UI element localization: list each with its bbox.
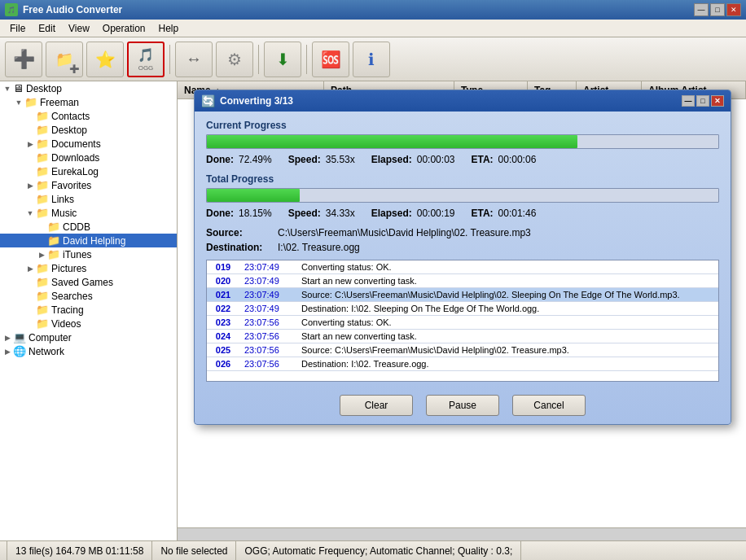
total-progress-stats: Done: 18.15% Speed: 34.33x Elapsed: 00:0… xyxy=(206,208,719,219)
content-area: Name ▲ Path Type Tag Artist Album Artist xyxy=(178,81,746,540)
info-button[interactable]: ℹ xyxy=(353,42,390,77)
folder-david-helpling-icon: 📁 xyxy=(47,234,60,247)
log-cell-num: 026 xyxy=(207,357,239,371)
menu-file[interactable]: File xyxy=(3,21,32,36)
menu-bar: File Edit View Operation Help xyxy=(0,20,746,37)
sidebar-item-network[interactable]: ▶ 🌐 Network xyxy=(0,344,177,358)
current-progress-fill xyxy=(207,135,577,148)
close-button[interactable]: ✕ xyxy=(726,3,741,16)
log-cell-desc: Destination: I:\02. Sleeping On The Edge… xyxy=(296,302,718,316)
sidebar-item-music[interactable]: ▼ 📁 Music xyxy=(0,206,177,220)
sidebar-item-desktop[interactable]: ▼ 🖥 Desktop xyxy=(0,81,177,95)
folder-favorites-icon: 📁 xyxy=(36,179,49,191)
folder-saved-games-icon: 📁 xyxy=(36,276,49,288)
sidebar-item-pictures[interactable]: ▶ 📁 Pictures xyxy=(0,261,177,275)
folder-freeman-icon: 📁 xyxy=(24,96,37,108)
log-row: 02623:07:56Destination: I:\02. Treasure.… xyxy=(207,357,718,371)
sidebar-item-videos[interactable]: 📁 Videos xyxy=(0,317,177,330)
download-button[interactable]: ⬇ xyxy=(264,42,301,77)
sidebar-item-cddb[interactable]: 📁 CDDB xyxy=(0,220,177,234)
dialog-maximize[interactable]: □ xyxy=(696,95,709,107)
sidebar-item-links[interactable]: 📁 Links xyxy=(0,192,177,206)
app-title: Free Audio Converter xyxy=(23,4,122,15)
network-icon: 🌐 xyxy=(13,345,26,357)
sidebar-item-documents[interactable]: ▶ 📁 Documents xyxy=(0,137,177,151)
folder-links-icon: 📁 xyxy=(36,193,49,205)
log-row: 02223:07:49Destination: I:\02. Sleeping … xyxy=(207,302,718,316)
app-icon: 🎵 xyxy=(5,3,18,16)
sidebar-item-eurekalog[interactable]: 📁 EurekaLog xyxy=(0,164,177,178)
log-row: 02523:07:56Source: C:\Users\Freeman\Musi… xyxy=(207,343,718,357)
folder-videos-icon: 📁 xyxy=(36,317,49,330)
log-cell-num: 022 xyxy=(207,302,239,316)
maximize-button[interactable]: □ xyxy=(710,3,725,16)
folder-documents-icon: 📁 xyxy=(36,138,49,150)
sidebar-item-contacts[interactable]: 📁 Contacts xyxy=(0,109,177,123)
log-cell-time: 23:07:49 xyxy=(239,302,296,316)
dialog-body: Current Progress Done: 72.49% Speed: 35.… xyxy=(195,112,731,424)
log-table: 01923:07:49Converting status: OK.02023:0… xyxy=(207,260,718,371)
desktop-icon: 🖥 xyxy=(13,82,24,94)
toolbar-separator-2 xyxy=(258,45,259,74)
log-cell-desc: Converting status: OK. xyxy=(296,316,718,330)
sidebar-item-downloads[interactable]: 📁 Downloads xyxy=(0,151,177,164)
sidebar-item-tracing[interactable]: 📁 Tracing xyxy=(0,303,177,317)
menu-view[interactable]: View xyxy=(62,21,96,36)
log-cell-num: 019 xyxy=(207,260,239,274)
dialog-title-text: Converting 3/13 xyxy=(220,95,293,107)
menu-edit[interactable]: Edit xyxy=(32,21,62,36)
folder-cddb-icon: 📁 xyxy=(47,221,60,233)
dialog-minimize[interactable]: — xyxy=(682,95,695,107)
swap-button[interactable]: ↔ xyxy=(175,42,213,77)
converting-dialog: 🔄 Converting 3/13 — □ ✕ Current Progress xyxy=(194,90,731,425)
total-progress-label: Total Progress xyxy=(206,173,719,185)
sidebar-item-favorites[interactable]: ▶ 📁 Favorites xyxy=(0,178,177,192)
minimize-button[interactable]: — xyxy=(694,3,709,16)
log-row: 01923:07:49Converting status: OK. xyxy=(207,260,718,274)
sidebar-item-computer[interactable]: ▶ 💻 Computer xyxy=(0,330,177,344)
folder-itunes-icon: 📁 xyxy=(47,248,60,260)
current-progress-stats: Done: 72.49% Speed: 35.53x Elapsed: 00:0… xyxy=(206,154,719,165)
add-folder-button[interactable]: 📁➕ xyxy=(46,42,83,77)
main-area: ▼ 🖥 Desktop ▼ 📁 Freeman 📁 Contacts 📁 Des… xyxy=(0,81,746,540)
log-cell-time: 23:07:49 xyxy=(239,274,296,288)
log-cell-desc: Source: C:\Users\Freeman\Music\David Hel… xyxy=(296,288,718,302)
sidebar-item-itunes[interactable]: ▶ 📁 iTunes xyxy=(0,247,177,261)
status-format: OGG; Automatic Frequency; Automatic Chan… xyxy=(236,541,521,560)
clear-button[interactable]: Clear xyxy=(340,395,413,416)
log-table-container[interactable]: 01923:07:49Converting status: OK.02023:0… xyxy=(206,260,719,382)
log-cell-num: 020 xyxy=(207,274,239,288)
status-files: 13 file(s) 164.79 MB 01:11:58 xyxy=(7,541,152,560)
computer-icon: 💻 xyxy=(13,331,26,343)
sidebar-item-saved-games[interactable]: 📁 Saved Games xyxy=(0,275,177,289)
toolbar-separator-1 xyxy=(169,45,170,74)
log-cell-num: 023 xyxy=(207,316,239,330)
title-bar: 🎵 Free Audio Converter — □ ✕ xyxy=(0,0,746,20)
horizontal-scrollbar[interactable] xyxy=(178,527,746,540)
help-ring-button[interactable]: 🆘 xyxy=(312,42,349,77)
sidebar-item-freeman[interactable]: ▼ 📁 Freeman xyxy=(0,95,177,109)
pause-button[interactable]: Pause xyxy=(426,395,499,416)
log-row: 02423:07:56Start an new converting task. xyxy=(207,330,718,343)
sidebar-item-desktop-sub[interactable]: 📁 Desktop xyxy=(0,123,177,137)
cancel-button[interactable]: Cancel xyxy=(512,395,586,416)
menu-operation[interactable]: Operation xyxy=(96,21,152,36)
log-cell-desc: Source: C:\Users\Freeman\Music\David Hel… xyxy=(296,343,718,357)
destination-row: Destination: I:\02. Treasure.ogg xyxy=(206,242,719,253)
toolbar: ➕ 📁➕ ⭐ 🎵OGG ↔ ⚙ ⬇ 🆘 ℹ xyxy=(0,37,746,81)
dialog-close[interactable]: ✕ xyxy=(711,95,724,107)
convert-button[interactable]: 🎵OGG xyxy=(127,42,165,77)
log-cell-time: 23:07:56 xyxy=(239,357,296,371)
total-progress-fill xyxy=(207,189,300,202)
log-cell-num: 024 xyxy=(207,330,239,343)
folder-searches-icon: 📁 xyxy=(36,290,49,302)
favorites-button[interactable]: ⭐ xyxy=(86,42,124,77)
folder-pictures-icon: 📁 xyxy=(36,262,49,274)
log-cell-time: 23:07:56 xyxy=(239,343,296,357)
add-files-button[interactable]: ➕ xyxy=(5,42,42,77)
sidebar-item-searches[interactable]: 📁 Searches xyxy=(0,289,177,303)
sidebar-item-david-helpling[interactable]: 📁 David Helpling xyxy=(0,234,177,247)
log-cell-num: 021 xyxy=(207,288,239,302)
menu-help[interactable]: Help xyxy=(152,21,186,36)
settings-button[interactable]: ⚙ xyxy=(216,42,253,77)
